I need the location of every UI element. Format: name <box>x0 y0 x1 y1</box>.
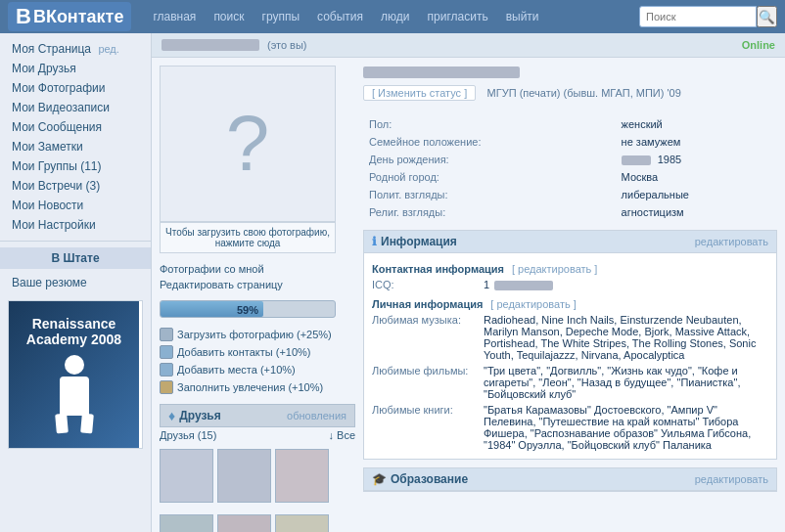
profile-left-col: ? Чтобы загрузить свою фотографию, нажми… <box>160 66 355 532</box>
change-status-button[interactable]: [ Изменить статус ] <box>363 85 476 101</box>
header-search: 🔍 <box>639 6 777 27</box>
info-section-body: Контактная информация [ редактировать ] … <box>364 253 776 459</box>
icq-blur <box>494 281 553 290</box>
sidebar-item-my-groups[interactable]: Мои Группы (11) <box>0 156 151 176</box>
profile-photo[interactable]: ? <box>160 66 336 222</box>
friends-section-header: ♦ Друзья обновления <box>160 404 355 427</box>
friend-thumb-2[interactable] <box>217 449 271 503</box>
friends-all-link[interactable]: ↓ Все <box>328 429 355 441</box>
task-icon-places <box>160 363 173 377</box>
ad-title: Renaissance Academy 2008 <box>17 316 131 347</box>
gender-label: Пол: <box>365 116 616 132</box>
friends-updates-link[interactable]: обновления <box>287 410 346 421</box>
friends-meta: Друзья (15) ↓ Все <box>160 427 355 443</box>
info-row-politics: Полит. взгляды: либеральные <box>365 187 775 202</box>
sidebar-item-meetings[interactable]: Мои Встречи (3) <box>0 176 151 196</box>
friends-icon: ♦ <box>168 408 175 423</box>
photo-upload-hint[interactable]: Чтобы загрузить свою фотографию, нажмите… <box>160 222 336 253</box>
profile-actions: Фотографии со мной Редактировать страниц… <box>160 261 355 292</box>
education-section-title: 🎓 Образование <box>372 472 468 486</box>
my-page-edit-link[interactable]: ред. <box>98 43 118 55</box>
photos-with-me-link[interactable]: Фотографии со мной <box>160 261 355 277</box>
friend-thumb-5[interactable] <box>217 514 271 532</box>
politics-value: либеральные <box>618 187 775 202</box>
name-blur <box>363 66 520 78</box>
progress-text: 59% <box>161 301 335 319</box>
task-label-hobbies: Заполнить увлечения (+10%) <box>177 381 323 393</box>
info-section-title: ℹ Информация <box>372 235 457 248</box>
sidebar-item-videos[interactable]: Мои Видеозаписи <box>0 98 151 117</box>
films-label: Любимые фильмы: <box>372 365 480 400</box>
info-section-card: ℹ Информация редактировать Контактная ин… <box>363 230 777 460</box>
education-section-card: 🎓 Образование редактировать <box>363 467 777 492</box>
books-label: Любимые книги: <box>372 404 480 451</box>
sidebar-item-settings[interactable]: Мои Настройки <box>0 215 151 235</box>
nav-groups[interactable]: группы <box>254 6 308 27</box>
edit-page-link[interactable]: Редактировать страницу <box>160 277 355 292</box>
profile-header-bar: (это вы) Online <box>152 33 785 58</box>
friend-thumb-6[interactable] <box>275 514 329 532</box>
contact-edit-link[interactable]: [ редактировать ] <box>512 263 597 275</box>
music-row: Любимая музыка: Radiohead, Nine Inch Nai… <box>372 312 768 363</box>
profile-body: ? Чтобы загрузить свою фотографию, нажми… <box>152 58 785 532</box>
task-icon-hobbies <box>160 380 173 394</box>
friend-thumb-1[interactable] <box>160 449 213 503</box>
sidebar-item-news[interactable]: Мои Новости <box>0 196 151 215</box>
friends-grid-2 <box>160 509 355 532</box>
sidebar-item-my-page[interactable]: Моя Страница ред. <box>0 39 151 59</box>
sidebar-resume-link[interactable]: Ваше резюме <box>0 273 151 292</box>
sidebar-item-friends[interactable]: Мои Друзья <box>0 59 151 78</box>
profile-tasks: Загрузить фотографию (+25%) Добавить кон… <box>160 326 355 396</box>
birthday-value: 1985 <box>618 152 775 167</box>
profile-name-area: [ Изменить статус ] МГУП (печати) (бывш.… <box>363 66 777 109</box>
nav-search[interactable]: поиск <box>206 6 252 27</box>
friend-thumb-3[interactable] <box>275 449 329 503</box>
politics-label: Полит. взгляды: <box>365 187 616 202</box>
books-value: "Братья Карамазовы" Достоевского, "Ампир… <box>484 404 768 451</box>
education-section-header: 🎓 Образование редактировать <box>364 468 776 491</box>
task-icon-photo <box>160 328 173 341</box>
task-add-places[interactable]: Добавить места (+10%) <box>160 361 355 378</box>
relationship-value: не замужем <box>618 134 775 150</box>
info-row-gender: Пол: женский <box>365 116 775 132</box>
header: В ВКонтакте главная поиск группы события… <box>0 0 785 33</box>
info-row-birthday: День рождения: 1985 <box>365 152 775 167</box>
task-add-contacts[interactable]: Добавить контакты (+10%) <box>160 343 355 361</box>
sidebar-divider <box>0 241 151 242</box>
sidebar-item-photos[interactable]: Мои Фотографии <box>0 78 151 98</box>
profile-info-table: Пол: женский Семейное положение: не заму… <box>363 114 777 222</box>
online-badge: Online <box>742 39 775 51</box>
nav-home[interactable]: главная <box>145 6 204 27</box>
religion-value: агностицизм <box>618 204 775 220</box>
nav-logout[interactable]: выйти <box>498 6 547 27</box>
music-label: Любимая музыка: <box>372 314 480 361</box>
friends-count-link[interactable]: Друзья (15) <box>160 429 216 441</box>
profile-name-blur <box>162 39 259 51</box>
friend-thumb-4[interactable] <box>160 514 213 532</box>
search-button[interactable]: 🔍 <box>757 6 777 27</box>
education-section-icon: 🎓 <box>372 472 387 486</box>
icq-row: ICQ: 1 <box>372 277 768 292</box>
sidebar: Моя Страница ред. Мои Друзья Мои Фотогра… <box>0 33 152 532</box>
profile-right-col: [ Изменить статус ] МГУП (печати) (бывш.… <box>363 66 777 532</box>
sidebar-item-messages[interactable]: Мои Сообщения <box>0 117 151 137</box>
personal-edit-link[interactable]: [ редактировать ] <box>490 298 576 310</box>
sidebar-item-notes[interactable]: Мои Заметки <box>0 137 151 156</box>
nav-events[interactable]: события <box>309 6 371 27</box>
task-fill-hobbies[interactable]: Заполнить увлечения (+10%) <box>160 378 355 396</box>
photo-placeholder-icon: ? <box>226 99 270 189</box>
profile-progress-bar: 59% <box>160 300 336 318</box>
films-row: Любимые фильмы: "Три цвета", "Догвилль",… <box>372 363 768 402</box>
music-value: Radiohead, Nine Inch Nails, Einsturzende… <box>484 314 768 361</box>
this-is-you-label: (это вы) <box>267 39 307 51</box>
logo-text: ВКонтакте <box>33 7 124 27</box>
task-upload-photo[interactable]: Загрузить фотографию (+25%) <box>160 326 355 343</box>
education-edit-link[interactable]: редактировать <box>695 473 768 485</box>
nav-invite[interactable]: пригласить <box>420 6 496 27</box>
friends-title: ♦ Друзья <box>168 408 221 423</box>
search-input[interactable] <box>639 6 757 27</box>
films-value: "Три цвета", "Догвилль", "Жизнь как чудо… <box>484 365 768 400</box>
nav-people[interactable]: люди <box>373 6 417 27</box>
info-section-edit-link[interactable]: редактировать <box>695 236 768 247</box>
info-section-icon: ℹ <box>372 235 377 248</box>
